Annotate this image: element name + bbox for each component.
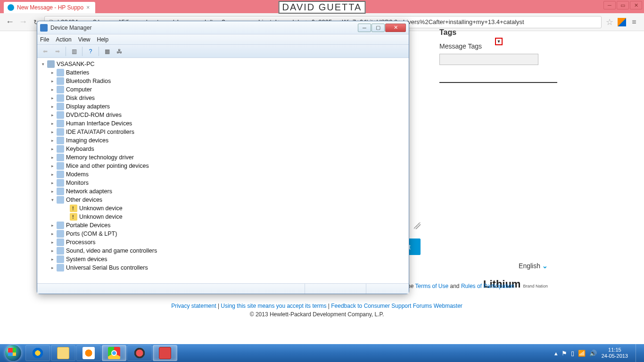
language-selector[interactable]: English ⌄ bbox=[519, 262, 548, 270]
back-icon[interactable]: ⬅ bbox=[40, 46, 50, 57]
extension-icon[interactable] bbox=[618, 18, 626, 26]
menu-action[interactable]: Action bbox=[56, 36, 71, 43]
cookie-link[interactable]: Using this site means you accept its ter… bbox=[221, 303, 326, 309]
chrome-menu-icon[interactable]: ≡ bbox=[629, 17, 639, 27]
expander-icon[interactable] bbox=[50, 146, 55, 152]
maximize-button[interactable]: ▭ bbox=[617, 1, 629, 9]
start-button[interactable] bbox=[2, 345, 25, 361]
network-icon[interactable]: 📶 bbox=[578, 350, 586, 357]
properties-icon[interactable]: ▦ bbox=[102, 46, 112, 57]
forward-button[interactable]: → bbox=[18, 17, 28, 27]
tree-category[interactable]: Sound, video and game controllers bbox=[37, 247, 409, 255]
expander-icon[interactable] bbox=[50, 189, 55, 194]
tree-pane[interactable]: VSASANK-PCBatteriesBluetooth RadiosCompu… bbox=[37, 58, 409, 283]
expander-icon[interactable] bbox=[50, 155, 55, 160]
forward-icon[interactable]: ➡ bbox=[52, 46, 63, 57]
tree-category[interactable]: IDE ATA/ATAPI controllers bbox=[37, 128, 409, 136]
tree-category[interactable]: Batteries bbox=[37, 68, 409, 77]
tree-device[interactable]: Unknown device bbox=[37, 204, 409, 213]
expander-icon[interactable] bbox=[63, 206, 68, 211]
expander-icon[interactable] bbox=[50, 78, 55, 84]
tree-category[interactable]: Display adapters bbox=[37, 102, 409, 111]
back-button[interactable]: ← bbox=[5, 17, 15, 27]
tree-category[interactable]: Processors bbox=[37, 238, 409, 247]
taskbar-explorer[interactable] bbox=[51, 345, 75, 361]
tray-expand-icon[interactable]: ▴ bbox=[554, 350, 558, 357]
action-center-icon[interactable]: ⚑ bbox=[561, 350, 567, 357]
volume-icon[interactable]: 🔊 bbox=[589, 350, 597, 357]
power-icon[interactable]: ▯ bbox=[571, 350, 574, 357]
device-category-icon bbox=[57, 162, 64, 170]
expander-icon[interactable] bbox=[50, 248, 55, 254]
help-icon[interactable]: ? bbox=[85, 46, 96, 57]
tree-category[interactable]: Network adapters bbox=[37, 187, 409, 196]
show-hide-console-icon[interactable]: ▥ bbox=[69, 46, 79, 57]
maximize-button[interactable]: ▢ bbox=[372, 24, 385, 32]
expander-icon[interactable] bbox=[50, 180, 55, 186]
taskbar-ie[interactable] bbox=[25, 345, 50, 361]
expander-icon[interactable] bbox=[50, 163, 55, 169]
expander-icon[interactable] bbox=[50, 70, 55, 75]
expander-icon[interactable] bbox=[50, 112, 55, 118]
taskbar-chrome[interactable] bbox=[102, 345, 126, 361]
tree-category[interactable]: Universal Serial Bus controllers bbox=[37, 263, 409, 272]
scan-hardware-icon[interactable]: 🖧 bbox=[114, 46, 124, 57]
expander-icon[interactable] bbox=[50, 121, 55, 126]
expander-icon[interactable] bbox=[50, 129, 55, 135]
expander-icon[interactable] bbox=[50, 95, 55, 101]
tree-category[interactable]: Portable Devices bbox=[37, 221, 409, 230]
tree-category[interactable]: Bluetooth Radios bbox=[37, 77, 409, 85]
tab-active[interactable]: New Message - HP Suppo × bbox=[4, 2, 95, 13]
expander-icon[interactable] bbox=[50, 265, 55, 271]
rules-link[interactable]: Rules of Participation bbox=[461, 283, 514, 289]
privacy-link[interactable]: Privacy statement bbox=[171, 303, 216, 309]
expander-icon[interactable] bbox=[50, 87, 55, 92]
clock[interactable]: 11:15 24-05-2013 bbox=[602, 347, 628, 359]
expander-icon[interactable] bbox=[50, 197, 55, 203]
expander-icon[interactable] bbox=[50, 256, 55, 262]
tree-category[interactable]: DVD/CD-ROM drives bbox=[37, 111, 409, 119]
tree-category[interactable]: Other devices bbox=[37, 196, 409, 204]
expander-icon[interactable] bbox=[50, 239, 55, 245]
tree-category[interactable]: Imaging devices bbox=[37, 136, 409, 145]
taskbar-wmp[interactable] bbox=[76, 345, 101, 361]
tree-category[interactable]: Computer bbox=[37, 85, 409, 94]
tree-category[interactable]: System devices bbox=[37, 255, 409, 263]
tree-category[interactable]: Mice and other pointing devices bbox=[37, 162, 409, 170]
taskbar-app-gear[interactable] bbox=[127, 345, 152, 361]
window-titlebar[interactable]: Device Manager ─ ▢ ✕ bbox=[37, 21, 409, 34]
bookmark-star-icon[interactable]: ☆ bbox=[604, 17, 615, 27]
tree-category[interactable]: Keyboards bbox=[37, 145, 409, 153]
device-category-icon bbox=[57, 111, 64, 119]
feedback-link[interactable]: Feedback to Consumer Support Forums Webm… bbox=[331, 303, 462, 309]
menu-help[interactable]: Help bbox=[97, 36, 109, 43]
close-button[interactable]: ✕ bbox=[385, 24, 406, 32]
tree-device[interactable]: Unknown device bbox=[37, 213, 409, 221]
minimize-button[interactable]: ─ bbox=[358, 24, 371, 32]
expander-icon[interactable] bbox=[50, 172, 55, 177]
tree-category[interactable]: Modems bbox=[37, 170, 409, 179]
expander-icon[interactable] bbox=[63, 214, 68, 220]
show-desktop-button[interactable] bbox=[636, 344, 640, 362]
minimize-button[interactable]: ─ bbox=[603, 1, 616, 9]
tab-close-icon[interactable]: × bbox=[86, 4, 90, 11]
menu-file[interactable]: File bbox=[40, 36, 49, 43]
tree-category[interactable]: Disk drives bbox=[37, 94, 409, 102]
tree-category[interactable]: Memory technology driver bbox=[37, 153, 409, 162]
menu-view[interactable]: View bbox=[78, 36, 91, 43]
tree-root[interactable]: VSASANK-PC bbox=[37, 60, 409, 68]
tree-category[interactable]: Human Interface Devices bbox=[37, 119, 409, 128]
expander-icon[interactable] bbox=[50, 138, 55, 143]
tree-category[interactable]: Monitors bbox=[37, 179, 409, 187]
resize-grip-icon[interactable] bbox=[414, 222, 421, 229]
message-tags-input[interactable] bbox=[439, 54, 538, 65]
expander-icon[interactable] bbox=[40, 61, 46, 67]
taskbar-device-manager[interactable] bbox=[153, 345, 177, 361]
expander-icon[interactable] bbox=[50, 104, 55, 109]
close-button[interactable]: ✕ bbox=[630, 1, 642, 9]
tree-category[interactable]: Ports (COM & LPT) bbox=[37, 230, 409, 238]
expander-icon[interactable] bbox=[50, 231, 55, 237]
tree-item-label: Network adapters bbox=[66, 187, 112, 196]
expander-icon[interactable] bbox=[50, 222, 55, 228]
terms-link[interactable]: Terms of Use bbox=[415, 283, 448, 289]
